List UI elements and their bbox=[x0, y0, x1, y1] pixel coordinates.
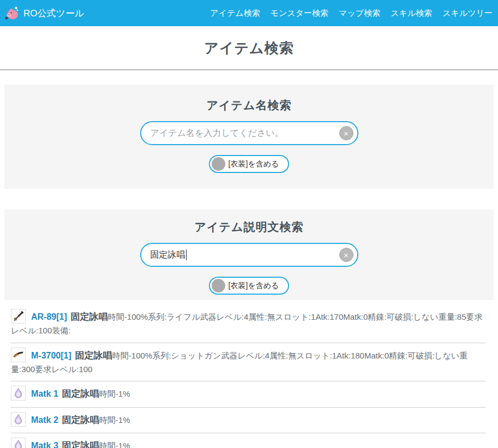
result-row: M-3700[1]固定詠唱時間-100%系列:ショットガン武器レベル:4属性:無… bbox=[11, 343, 485, 382]
item-description-text: 時間-1% bbox=[99, 415, 130, 425]
item-name-search-section: アイテム名検索 × [衣装]を含める bbox=[4, 85, 494, 189]
crystal-icon bbox=[11, 386, 26, 401]
item-description-text: 時間-1% bbox=[99, 389, 130, 398]
clear-input-button[interactable]: × bbox=[339, 248, 353, 262]
highlighted-search-term: 固定詠唱 bbox=[71, 312, 108, 322]
highlighted-search-term: 固定詠唱 bbox=[62, 440, 99, 448]
item-desc-search-input[interactable]: 固定詠唱 bbox=[140, 243, 358, 267]
title-divider bbox=[0, 69, 498, 70]
nav-item[interactable]: スキル検索 bbox=[391, 8, 432, 19]
clear-circle-icon: × bbox=[344, 251, 349, 259]
brand-home-link[interactable]: RO公式ツール bbox=[4, 5, 84, 21]
highlighted-search-term: 固定詠唱 bbox=[62, 415, 99, 425]
item-desc-search-section: アイテム説明文検索 固定詠唱 × [衣装]を含める bbox=[4, 210, 494, 300]
brand-title: RO公式ツール bbox=[23, 7, 84, 20]
item-name-search-box: × bbox=[140, 121, 358, 145]
toggle-knob-icon bbox=[212, 157, 225, 171]
nav-item[interactable]: モンスター検索 bbox=[271, 8, 328, 19]
pig-mascot-icon bbox=[4, 5, 20, 21]
shotgun-icon bbox=[11, 348, 26, 362]
clear-circle-icon: × bbox=[344, 129, 349, 138]
item-name-search-input[interactable] bbox=[140, 121, 358, 145]
item-name-link[interactable]: AR-89[1] bbox=[31, 312, 67, 321]
text-caret bbox=[186, 249, 187, 260]
nav-item[interactable]: マップ検索 bbox=[339, 8, 380, 19]
rifle-icon bbox=[11, 309, 26, 324]
app-header: RO公式ツール アイテム検索モンスター検索マップ検索スキル検索スキルツリー bbox=[0, 0, 498, 26]
include-costume-toggle[interactable]: [衣装]を含める bbox=[209, 155, 290, 173]
item-name-search-heading: アイテム名検索 bbox=[4, 98, 494, 113]
item-name-link[interactable]: Matk 1 bbox=[31, 389, 58, 398]
highlighted-search-term: 固定詠唱 bbox=[75, 350, 112, 361]
item-name-link[interactable]: M-3700[1] bbox=[31, 351, 71, 360]
item-description-text: 時間-1% bbox=[99, 441, 130, 448]
clear-input-button[interactable]: × bbox=[339, 126, 353, 140]
highlighted-search-term: 固定詠唱 bbox=[62, 389, 99, 399]
result-row: Matk 1固定詠唱時間-1% bbox=[11, 381, 485, 407]
result-row: Matk 2固定詠唱時間-1% bbox=[11, 408, 485, 433]
result-row: Matk 3固定詠唱時間-1% bbox=[11, 433, 485, 448]
nav-item[interactable]: アイテム検索 bbox=[210, 8, 260, 19]
results-list: AR-89[1]固定詠唱時間-100%系列:ライフル武器レベル:4属性:無スロッ… bbox=[11, 304, 485, 448]
result-row: AR-89[1]固定詠唱時間-100%系列:ライフル武器レベル:4属性:無スロッ… bbox=[11, 304, 485, 343]
item-desc-search-box: 固定詠唱 × bbox=[140, 243, 358, 267]
item-name-link[interactable]: Matk 2 bbox=[31, 415, 58, 425]
crystal-icon bbox=[11, 412, 26, 427]
toggle-label: [衣装]を含める bbox=[229, 159, 279, 169]
item-name-link[interactable]: Matk 3 bbox=[31, 441, 58, 448]
search-input-value: 固定詠唱 bbox=[151, 249, 185, 261]
toggle-label: [衣装]を含める bbox=[229, 281, 279, 291]
crystal-icon bbox=[11, 438, 26, 448]
include-costume-toggle[interactable]: [衣装]を含める bbox=[209, 277, 290, 295]
main-nav: アイテム検索モンスター検索マップ検索スキル検索スキルツリー bbox=[210, 8, 493, 19]
nav-item[interactable]: スキルツリー bbox=[442, 8, 493, 19]
item-desc-search-heading: アイテム説明文検索 bbox=[4, 219, 494, 235]
toggle-knob-icon bbox=[212, 279, 225, 292]
page-title: アイテム検索 bbox=[0, 39, 498, 58]
